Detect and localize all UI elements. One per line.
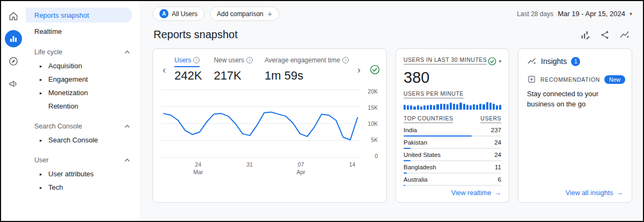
country-users: 11: [495, 164, 501, 170]
x-tick-label: 24Mar: [193, 161, 203, 176]
page-title: Reports snapshot: [153, 28, 238, 41]
app-rail: [1, 1, 26, 221]
sidebar-section-search-console[interactable]: Search Console: [26, 116, 140, 133]
users-per-minute-bar-chart[interactable]: [404, 102, 501, 110]
insights-header: Insights 1: [527, 56, 623, 66]
per-minute-bar: [496, 105, 498, 110]
x-tick-label: 07Apr: [296, 161, 305, 176]
audience-chip[interactable]: A All Users: [152, 6, 204, 21]
new-badge: New: [604, 75, 625, 84]
per-minute-bar: [436, 104, 438, 110]
per-minute-bar: [482, 104, 485, 110]
metric-value: 217K: [214, 69, 253, 83]
report-nav-sidebar: Reports snapshotRealtime Life cycle▸Acqu…: [26, 1, 140, 221]
per-minute-bar: [466, 105, 469, 110]
section-label: User: [34, 156, 48, 164]
advertising-icon[interactable]: [5, 75, 22, 92]
y-tick-label: 15K: [368, 104, 378, 111]
per-minute-bar: [499, 105, 501, 110]
expand-arrow-icon[interactable]: ▸: [40, 63, 42, 69]
sidebar-item-engagement[interactable]: ▸Engagement: [26, 73, 140, 86]
sidebar-item-user-attributes[interactable]: ▸User attributes: [26, 167, 140, 181]
sidebar-item-tech[interactable]: ▸Tech: [26, 181, 140, 194]
countries-table-header: TOP COUNTRIES USERS: [404, 115, 501, 123]
view-all-insights-link[interactable]: View all insights →: [566, 189, 623, 197]
home-icon[interactable]: [5, 8, 22, 25]
realtime-status-dropdown[interactable]: ▾: [487, 56, 501, 66]
overview-metrics-card: ‹ Users ? 242K New users ?: [152, 48, 387, 203]
arrow-right-icon: →: [617, 189, 624, 197]
date-range-preset: Last 28 days: [517, 10, 553, 18]
metric-tabs: Users ? 242K New users ? 217K: [174, 56, 349, 83]
metric-value: 1m 59s: [265, 69, 349, 83]
metrics-next-icon[interactable]: ›: [356, 64, 362, 76]
country-users: 24: [494, 139, 501, 146]
country-name: Australia: [404, 176, 428, 183]
expand-arrow-icon[interactable]: ▸: [40, 138, 42, 143]
realtime-card: USERS IN LAST 30 MINUTES ▾ 380 USERS PER…: [396, 48, 509, 203]
date-range-picker[interactable]: Last 28 days Mar 19 - Apr 15, 2024 ▾: [517, 10, 632, 18]
metric-label: Average engagement time: [265, 56, 340, 64]
sidebar-item-realtime[interactable]: Realtime: [26, 24, 132, 39]
sidebar-item-retention[interactable]: Retention: [26, 99, 140, 113]
per-minute-bar: [459, 103, 462, 110]
per-minute-bar: [456, 104, 458, 110]
section-label: Search Console: [34, 123, 82, 130]
main-content: A All Users Add comparison + Last 28 day…: [140, 1, 643, 221]
per-minute-bar: [420, 106, 422, 110]
reports-icon[interactable]: [5, 30, 22, 47]
country-row-india[interactable]: India237: [404, 124, 501, 137]
users-per-minute-label: USERS PER MINUTE: [404, 90, 464, 98]
share-icon[interactable]: [600, 30, 610, 40]
y-tick-label: 10K: [368, 120, 378, 127]
expand-arrow-icon[interactable]: ▸: [40, 171, 42, 177]
sidebar-item-monetization[interactable]: ▸Monetization: [26, 86, 140, 99]
recommendation-icon: [527, 75, 536, 84]
y-tick-label: 20K: [368, 88, 378, 95]
per-minute-bar: [413, 106, 415, 110]
metric-tab-new-users[interactable]: New users ? 217K: [214, 56, 253, 83]
sidebar-item-acquisition[interactable]: ▸Acquisition: [26, 59, 140, 73]
country-row-australia[interactable]: Australia6: [404, 174, 501, 186]
insights-icon[interactable]: [619, 30, 630, 40]
metric-tab-avg-engagement-time[interactable]: Average engagement time ? 1m 59s: [265, 56, 349, 83]
sidebar-section-life-cycle[interactable]: Life cycle: [26, 42, 140, 59]
recommendation-row[interactable]: RECOMMENDATION New: [527, 75, 623, 84]
metrics-prev-icon[interactable]: ‹: [162, 64, 167, 76]
caret-down-icon: ▾: [499, 59, 501, 64]
expand-arrow-icon[interactable]: ▸: [40, 77, 42, 82]
country-row-pakistan[interactable]: Pakistan24: [404, 137, 501, 149]
country-row-bangladesh[interactable]: Bangladesh11: [404, 161, 501, 174]
customize-report-icon[interactable]: [580, 30, 590, 40]
add-comparison-label: Add comparison: [217, 10, 264, 18]
per-minute-bar: [476, 105, 478, 110]
sidebar-item-reports-snapshot[interactable]: Reports snapshot: [26, 8, 132, 23]
info-icon: ?: [193, 57, 200, 63]
per-minute-bar: [463, 104, 465, 110]
line-chart-plot[interactable]: [162, 88, 360, 159]
sidebar-item-search-console[interactable]: ▸Search Console: [26, 133, 140, 147]
audience-avatar: A: [159, 9, 169, 18]
view-realtime-link[interactable]: View realtime →: [451, 189, 501, 197]
data-quality-icon[interactable]: [369, 64, 380, 75]
expand-arrow-icon[interactable]: ▸: [40, 90, 42, 96]
per-minute-bar: [430, 105, 432, 110]
users-header: USERS: [480, 115, 501, 123]
x-tick-label: 14: [349, 161, 355, 169]
per-minute-bar: [433, 105, 435, 110]
header-actions: [580, 30, 630, 40]
per-minute-bar: [410, 105, 412, 110]
metric-tab-users[interactable]: Users ? 242K: [174, 56, 202, 83]
country-users: 24: [494, 152, 501, 158]
add-comparison-button[interactable]: Add comparison +: [210, 6, 279, 21]
sidebar-section-user[interactable]: User: [26, 150, 140, 167]
per-minute-bar: [450, 103, 452, 110]
expand-arrow-icon[interactable]: ▸: [40, 185, 42, 190]
cards-row: ‹ Users ? 242K New users ?: [140, 44, 643, 203]
countries-table-rows: India237Pakistan24United States24Banglad…: [404, 124, 501, 186]
explore-icon[interactable]: [5, 53, 22, 70]
y-tick-label: 0: [375, 153, 378, 159]
per-minute-bar: [404, 105, 406, 110]
insight-message[interactable]: Stay connected to your business on the g…: [527, 89, 623, 110]
country-row-united-states[interactable]: United States24: [404, 149, 501, 161]
